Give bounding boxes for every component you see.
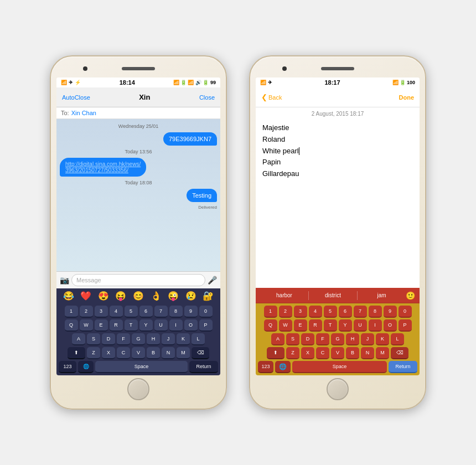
key-red-6[interactable]: 6 <box>339 306 352 318</box>
emoji-smile[interactable]: 😊 <box>133 291 144 301</box>
key-red-t[interactable]: T <box>324 319 337 332</box>
key-delete-red[interactable]: ⌫ <box>391 347 408 359</box>
to-contact[interactable]: Xin Chan <box>71 110 96 116</box>
emoji-lock[interactable]: 🔐 <box>203 291 214 301</box>
link-text[interactable]: http://digital.sina.com.hk/news/3963/201… <box>65 161 141 173</box>
key-p[interactable]: P <box>199 319 213 332</box>
key-red-v[interactable]: V <box>331 347 344 359</box>
emoji-love[interactable]: 😍 <box>98 291 109 301</box>
autoclose-button[interactable]: AutoClose <box>62 94 90 101</box>
key-6[interactable]: 6 <box>139 306 153 318</box>
key-2[interactable]: 2 <box>80 306 93 318</box>
key-8[interactable]: 8 <box>169 306 183 318</box>
key-m[interactable]: M <box>177 347 190 359</box>
camera-icon[interactable]: 📷 <box>60 276 69 285</box>
key-red-c[interactable]: C <box>316 347 329 359</box>
back-button[interactable]: ❮ Back <box>261 93 282 101</box>
emoji-laughing[interactable]: 😂 <box>63 291 74 301</box>
key-x[interactable]: X <box>102 347 115 359</box>
key-red-k[interactable]: K <box>376 333 389 345</box>
message-input[interactable]: Message <box>71 274 205 286</box>
key-w[interactable]: W <box>80 319 93 332</box>
key-red-8[interactable]: 8 <box>369 306 382 318</box>
key-red-y[interactable]: Y <box>339 319 352 332</box>
key-123-red[interactable]: 123 <box>258 361 273 373</box>
key-red-x[interactable]: X <box>301 347 314 359</box>
home-button-2[interactable] <box>327 378 349 400</box>
key-red-2[interactable]: 2 <box>279 306 292 318</box>
key-red-0[interactable]: 0 <box>399 306 412 318</box>
emoji-tongue[interactable]: 😝 <box>115 291 126 301</box>
key-red-g[interactable]: G <box>331 333 344 345</box>
suggestion-district[interactable]: district <box>309 292 357 298</box>
key-l[interactable]: L <box>192 333 205 345</box>
key-shift-red[interactable]: ⬆ <box>267 347 284 359</box>
mic-icon[interactable]: 🎤 <box>208 276 217 285</box>
key-red-3[interactable]: 3 <box>294 306 307 318</box>
key-shift-dark[interactable]: ⬆ <box>68 347 85 359</box>
suggestion-jam[interactable]: jam <box>358 292 406 298</box>
emoji-cry[interactable]: 😢 <box>185 291 196 301</box>
key-globe-red[interactable]: 🌐 <box>275 361 291 373</box>
key-red-1[interactable]: 1 <box>264 306 277 318</box>
key-b[interactable]: B <box>147 347 160 359</box>
key-d[interactable]: D <box>102 333 115 345</box>
key-5[interactable]: 5 <box>125 306 138 318</box>
close-button[interactable]: Close <box>199 94 215 101</box>
key-red-d[interactable]: D <box>301 333 314 345</box>
key-g[interactable]: G <box>132 333 145 345</box>
key-red-o[interactable]: O <box>384 319 397 332</box>
key-delete-dark[interactable]: ⌫ <box>192 347 209 359</box>
key-u[interactable]: U <box>154 319 168 332</box>
key-red-n[interactable]: N <box>361 347 374 359</box>
key-0[interactable]: 0 <box>199 306 213 318</box>
key-h[interactable]: H <box>147 333 160 345</box>
key-4[interactable]: 4 <box>110 306 123 318</box>
key-red-r[interactable]: R <box>309 319 322 332</box>
key-123-dark[interactable]: 123 <box>59 361 76 373</box>
key-space-red[interactable]: Space <box>292 361 387 373</box>
key-red-m[interactable]: M <box>376 347 389 359</box>
key-o[interactable]: O <box>184 319 198 332</box>
key-red-l[interactable]: L <box>391 333 404 345</box>
emoji-ok[interactable]: 👌 <box>151 291 162 301</box>
key-globe-dark[interactable]: 🌐 <box>78 361 94 373</box>
key-red-e[interactable]: E <box>294 319 307 332</box>
emoji-heart[interactable]: ❤️ <box>80 291 91 301</box>
key-red-a[interactable]: A <box>271 333 284 345</box>
home-button-1[interactable] <box>127 378 149 400</box>
key-red-s[interactable]: S <box>286 333 299 345</box>
key-v[interactable]: V <box>132 347 145 359</box>
key-t[interactable]: T <box>125 319 138 332</box>
key-space-dark[interactable]: Space <box>95 361 188 373</box>
suggestion-harbor[interactable]: harbor <box>260 292 308 298</box>
key-c[interactable]: C <box>117 347 130 359</box>
key-q[interactable]: Q <box>65 319 78 332</box>
key-1[interactable]: 1 <box>65 306 78 318</box>
key-red-f[interactable]: F <box>316 333 329 345</box>
done-button[interactable]: Done <box>399 94 415 101</box>
key-y[interactable]: Y <box>139 319 153 332</box>
key-a[interactable]: A <box>72 333 85 345</box>
key-f[interactable]: F <box>117 333 130 345</box>
key-red-z[interactable]: Z <box>286 347 299 359</box>
key-return-dark[interactable]: Return <box>189 361 218 373</box>
key-red-h[interactable]: H <box>346 333 359 345</box>
key-i[interactable]: I <box>169 319 183 332</box>
key-7[interactable]: 7 <box>154 306 168 318</box>
key-z[interactable]: Z <box>87 347 100 359</box>
key-red-4[interactable]: 4 <box>309 306 322 318</box>
key-red-j[interactable]: J <box>361 333 374 345</box>
key-e[interactable]: E <box>95 319 108 332</box>
key-red-q[interactable]: Q <box>264 319 277 332</box>
key-red-b[interactable]: B <box>346 347 359 359</box>
key-red-9[interactable]: 9 <box>384 306 397 318</box>
key-red-i[interactable]: I <box>369 319 382 332</box>
key-r[interactable]: R <box>110 319 123 332</box>
key-j[interactable]: J <box>162 333 175 345</box>
key-red-7[interactable]: 7 <box>354 306 367 318</box>
key-n[interactable]: N <box>162 347 175 359</box>
key-return-red[interactable]: Return <box>389 361 417 373</box>
key-red-p[interactable]: P <box>399 319 412 332</box>
key-k[interactable]: K <box>177 333 190 345</box>
